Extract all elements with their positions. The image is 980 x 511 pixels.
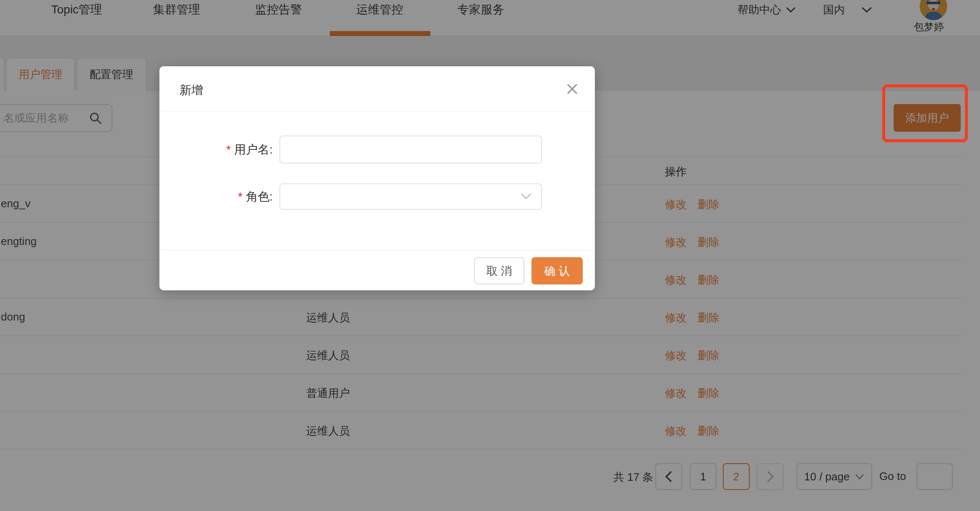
chevron-down-icon xyxy=(520,193,532,202)
confirm-button[interactable]: 确 认 xyxy=(532,257,583,284)
role-field-label: *角色: xyxy=(159,189,273,205)
required-mark: * xyxy=(238,190,242,203)
username-input[interactable] xyxy=(279,136,542,164)
add-user-modal: 新增 *用户名: *角色: 取 消 确 认 xyxy=(159,66,595,290)
required-mark: * xyxy=(226,143,231,156)
page: Topic管理 集群管理 监控告警 运维管控 专家服务 帮助中心 国内 xyxy=(0,0,980,511)
modal-footer: 取 消 确 认 xyxy=(159,250,595,290)
username-field-label: *用户名: xyxy=(159,142,273,158)
modal-header: 新增 xyxy=(159,66,595,112)
role-select[interactable] xyxy=(279,183,542,210)
modal-title: 新增 xyxy=(180,82,203,98)
cancel-button[interactable]: 取 消 xyxy=(474,257,524,284)
close-icon[interactable] xyxy=(566,82,579,96)
